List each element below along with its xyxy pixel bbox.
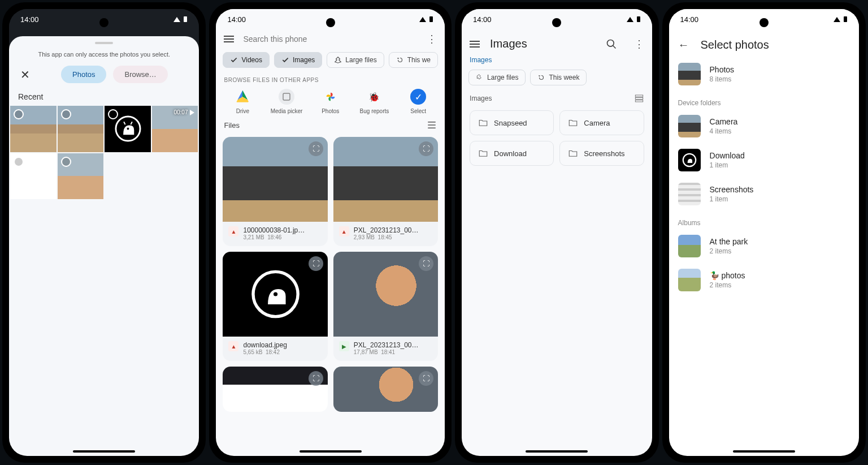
list-item-at-the-park[interactable]: At the park2 items: [669, 229, 859, 263]
list-item-duck-photos[interactable]: 🦆 photos2 items: [669, 263, 859, 297]
back-icon[interactable]: ←: [678, 38, 689, 51]
file-card[interactable]: ⛶ ▶PXL_20231213_004…17,87 MB 18:41: [333, 252, 438, 361]
svg-point-6: [274, 292, 277, 296]
status-icons: [833, 16, 848, 23]
expand-icon[interactable]: ⛶: [309, 256, 323, 271]
filter-chips: Videos Images Large files This we: [216, 49, 445, 71]
svg-rect-4: [283, 93, 290, 100]
list-item-camera[interactable]: Camera4 items: [669, 109, 859, 143]
status-icons: [173, 16, 188, 23]
list-view-icon[interactable]: [427, 120, 437, 130]
svg-rect-11: [635, 100, 643, 102]
tab-browse[interactable]: Browse…: [113, 66, 167, 83]
list-thumb: [678, 149, 701, 171]
folder-icon: [478, 148, 488, 158]
app-photos[interactable]: Photos: [314, 89, 348, 114]
chip-this-week[interactable]: This we: [389, 52, 438, 68]
status-icons: [419, 16, 433, 23]
filter-chips: Large files This week: [462, 66, 652, 89]
folder-camera[interactable]: Camera: [559, 110, 644, 135]
photo-thumb[interactable]: [105, 106, 151, 152]
svg-rect-10: [635, 98, 643, 100]
app-drive[interactable]: Drive: [225, 89, 259, 114]
app-bar: Search this phone ⋮: [216, 29, 445, 49]
app-bar: ← Select photos: [669, 29, 859, 57]
filetype-image-icon: ▲: [228, 341, 238, 351]
photo-thumb[interactable]: [10, 106, 57, 152]
more-icon[interactable]: ⋮: [634, 38, 644, 50]
photo-picker-sheet: This app can only access the photos you …: [9, 36, 199, 456]
select-ring-icon: [61, 157, 71, 167]
file-card[interactable]: ⛶ ▲1000000038-01.jp…3,21 MB 18:46: [223, 137, 327, 246]
svg-rect-9: [635, 95, 643, 97]
camera-cutout: [552, 18, 561, 27]
more-icon[interactable]: ⋮: [427, 33, 437, 45]
list-thumb: [678, 235, 701, 257]
tab-photos[interactable]: Photos: [61, 66, 106, 83]
search-icon[interactable]: [606, 38, 617, 50]
sheet-drag-handle[interactable]: [95, 42, 113, 44]
svg-rect-0: [184, 16, 187, 22]
list-thumb: [678, 115, 701, 137]
images-section-header: Images: [462, 89, 652, 108]
app-bug-reports[interactable]: 🐞Bug reports: [357, 89, 391, 114]
list-item-photos[interactable]: Photos8 items: [669, 57, 859, 91]
video-thumb[interactable]: 00:07: [152, 106, 198, 152]
expand-icon[interactable]: ⛶: [419, 141, 433, 156]
chip-large-files[interactable]: Large files: [327, 52, 384, 68]
page-title: Images: [490, 37, 595, 50]
play-icon: [190, 110, 194, 115]
nav-pill[interactable]: [526, 450, 588, 453]
phone-3: 14:00 Images ⋮ Images Large files This w…: [455, 2, 658, 463]
folder-snapseed[interactable]: Snapseed: [470, 110, 554, 135]
file-card[interactable]: ⛶: [333, 367, 438, 412]
filetype-image-icon: ▲: [228, 226, 238, 236]
list-view-icon[interactable]: [634, 93, 644, 104]
chip-videos[interactable]: Videos: [223, 52, 269, 68]
app-media-picker[interactable]: Media picker: [270, 89, 303, 114]
list-item-download[interactable]: Download1 item: [669, 143, 859, 177]
folder-icon: [478, 118, 488, 128]
camera-cutout: [760, 18, 769, 27]
file-card[interactable]: ⛶ ▲PXL_20231213_004…2,93 MB 18:45: [333, 137, 438, 246]
nav-pill[interactable]: [73, 450, 135, 453]
section-device-folders: Device folders: [669, 91, 859, 109]
app-icons-row: Drive Media picker Photos 🐞Bug reports ✓…: [216, 87, 445, 117]
search-input[interactable]: Search this phone: [243, 35, 418, 44]
photo-thumb[interactable]: [10, 153, 57, 200]
file-card[interactable]: ⛶ ▲download.jpeg5,65 kB 18:42: [223, 252, 327, 361]
files-header: Files: [216, 117, 445, 134]
browse-apps-header: BROWSE FILES IN OTHER APPS: [216, 71, 445, 87]
camera-cutout: [99, 18, 108, 27]
expand-icon[interactable]: ⛶: [309, 141, 323, 156]
close-icon[interactable]: ✕: [18, 68, 32, 81]
svg-rect-7: [637, 16, 640, 22]
breadcrumb[interactable]: Images: [462, 54, 652, 66]
photo-thumb[interactable]: [58, 153, 104, 200]
photo-thumb[interactable]: [58, 106, 104, 152]
app-select[interactable]: ✓Select: [401, 89, 435, 114]
file-card[interactable]: ⛶: [223, 367, 327, 412]
hamburger-icon[interactable]: [224, 36, 234, 42]
chip-this-week[interactable]: This week: [530, 70, 587, 85]
expand-icon[interactable]: ⛶: [419, 256, 433, 271]
list-thumb: [678, 183, 701, 205]
chip-images[interactable]: Images: [274, 52, 322, 68]
chip-large-files[interactable]: Large files: [468, 70, 526, 85]
list-thumb: [678, 63, 701, 85]
expand-icon[interactable]: ⛶: [419, 371, 433, 386]
app-bar: Images ⋮: [462, 29, 652, 54]
status-time: 14:00: [473, 15, 492, 24]
status-icons: [626, 16, 641, 23]
section-recent-label: Recent: [9, 89, 199, 105]
hamburger-icon[interactable]: [470, 41, 480, 48]
nav-pill[interactable]: [300, 450, 362, 453]
files-grid: ⛶ ▲1000000038-01.jp…3,21 MB 18:46 ⛶ ▲PXL…: [216, 134, 445, 415]
folder-icon: [568, 148, 578, 158]
status-time: 14:00: [680, 15, 699, 24]
folder-download[interactable]: Download: [470, 141, 554, 166]
folder-screenshots[interactable]: Screenshots: [559, 141, 644, 166]
expand-icon[interactable]: ⛶: [309, 371, 323, 386]
nav-pill[interactable]: [733, 450, 795, 453]
list-item-screenshots[interactable]: Screenshots1 item: [669, 177, 859, 211]
